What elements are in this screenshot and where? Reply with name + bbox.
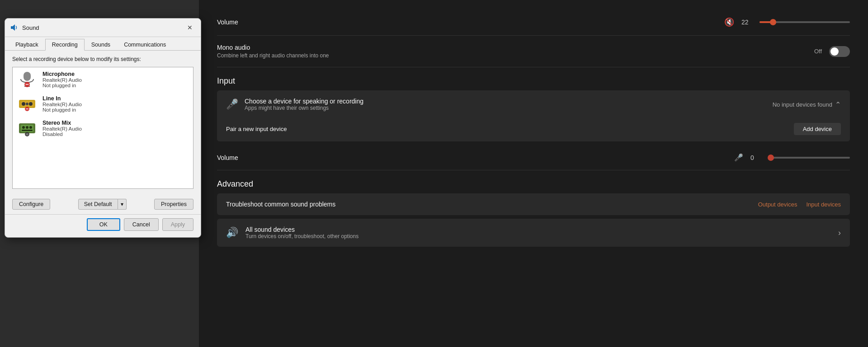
dialog-title-text: Sound — [22, 24, 39, 31]
pair-label: Pair a new input device — [226, 126, 287, 132]
dialog-actions: OK Cancel Apply — [5, 214, 201, 237]
device-name: Line In — [42, 95, 82, 102]
all-devices-info: All sound devices Turn devices on/off, t… — [245, 226, 359, 239]
input-device-card: 🎤 Choose a device for speaking or record… — [217, 90, 850, 141]
all-devices-row[interactable]: 🔊 All sound devices Turn devices on/off,… — [217, 219, 850, 247]
input-device-title: Choose a device for speaking or recordin… — [245, 98, 766, 105]
dialog-titlebar: Sound ✕ — [5, 19, 201, 37]
no-device-label: No input devices found — [773, 101, 832, 108]
output-devices-link[interactable]: Output devices — [758, 201, 797, 208]
troubleshoot-label: Troubleshoot common sound problems — [226, 201, 335, 208]
dialog-title-area: Sound — [10, 23, 39, 32]
volume-value: 22 — [741, 19, 752, 26]
pair-device-row: Pair a new input device Add device — [217, 117, 850, 141]
mono-audio-state: Off — [814, 48, 822, 55]
volume-label: Volume — [217, 19, 238, 26]
device-status: Not plugged in — [42, 107, 82, 113]
chevron-up-icon[interactable]: ⌃ — [835, 100, 841, 109]
svg-point-18 — [29, 126, 32, 129]
device-driver: Realtek(R) Audio — [42, 126, 82, 131]
svg-rect-2 — [24, 72, 31, 81]
svg-marker-1 — [13, 24, 15, 31]
input-device-sub: Apps might have their own settings — [245, 105, 766, 111]
mono-audio-row: Mono audio Combine left and right audio … — [217, 36, 850, 67]
input-mic-icon: 🎤 — [734, 153, 743, 162]
svg-point-11 — [26, 103, 28, 105]
microphone-device-info: Microphone Realtek(R) Audio Not plugged … — [42, 71, 82, 88]
set-default-button[interactable]: Set Default — [78, 199, 118, 210]
sound-dialog: Sound ✕ Playback Recording Sounds Commun… — [5, 18, 201, 238]
speaker-muted-icon: 🔇 — [724, 17, 734, 27]
add-device-button[interactable]: Add device — [794, 123, 841, 135]
svg-rect-19 — [22, 130, 33, 131]
troubleshoot-row: Troubleshoot common sound problems Outpu… — [217, 193, 850, 215]
tab-sounds[interactable]: Sounds — [85, 39, 117, 51]
no-device-text: No input devices found ⌃ — [773, 100, 841, 109]
input-volume-label: Volume — [217, 154, 238, 161]
device-status: Not plugged in — [42, 83, 82, 88]
device-driver: Realtek(R) Audio — [42, 102, 82, 107]
device-name: Stereo Mix — [42, 120, 82, 126]
input-device-info: Choose a device for speaking or recordin… — [245, 98, 766, 111]
input-volume-row: Volume 🎤 0 — [217, 145, 850, 170]
apply-button[interactable]: Apply — [162, 218, 193, 231]
line-in-device-info: Line In Realtek(R) Audio Not plugged in — [42, 95, 82, 113]
list-item[interactable]: Line In Realtek(R) Audio Not plugged in — [13, 92, 193, 116]
volume-slider[interactable] — [760, 21, 850, 23]
input-volume-value: 0 — [750, 154, 761, 161]
microphone-icon: 🎤 — [226, 98, 238, 110]
svg-point-16 — [22, 126, 25, 129]
svg-point-17 — [26, 126, 28, 129]
input-volume-slider[interactable] — [769, 157, 850, 159]
volume-row: Volume 🔇 22 — [217, 9, 850, 36]
tab-playback[interactable]: Playback — [9, 39, 45, 51]
tab-communications[interactable]: Communications — [117, 39, 173, 51]
mono-audio-toggle-group: Off — [814, 46, 850, 57]
mono-audio-toggle[interactable] — [829, 46, 850, 57]
svg-point-9 — [22, 102, 25, 106]
svg-rect-0 — [11, 26, 13, 29]
input-devices-link[interactable]: Input devices — [806, 201, 841, 208]
all-devices-icon: 🔊 — [226, 227, 238, 239]
input-heading: Input — [217, 67, 850, 90]
dialog-body: Select a recording device below to modif… — [5, 51, 201, 194]
cancel-button[interactable]: Cancel — [124, 218, 159, 231]
troubleshoot-links: Output devices Input devices — [758, 201, 841, 208]
ok-button[interactable]: OK — [87, 218, 120, 231]
configure-button[interactable]: Configure — [12, 199, 50, 210]
dialog-device-buttons: Configure Set Default ▾ Properties — [5, 194, 201, 214]
device-name: Microphone — [42, 71, 82, 77]
dialog-close-button[interactable]: ✕ — [184, 22, 195, 33]
all-devices-sub: Turn devices on/off, troubleshoot, other… — [245, 233, 359, 239]
svg-point-10 — [29, 102, 33, 106]
chevron-right-icon: › — [838, 228, 841, 238]
line-in-device-icon — [17, 95, 37, 113]
device-status: Disabled — [42, 131, 82, 137]
list-item[interactable]: Stereo Mix Realtek(R) Audio Disabled — [13, 116, 193, 141]
input-volume-controls: 🎤 0 — [734, 153, 850, 162]
microphone-device-icon — [17, 71, 37, 88]
set-default-arrow-button[interactable]: ▾ — [118, 199, 127, 210]
list-item[interactable]: Microphone Realtek(R) Audio Not plugged … — [13, 67, 193, 92]
toggle-knob — [830, 47, 839, 56]
advanced-heading: Advanced — [217, 170, 850, 193]
input-device-top: 🎤 Choose a device for speaking or record… — [226, 98, 841, 111]
volume-controls: 🔇 22 — [724, 17, 850, 27]
device-driver: Realtek(R) Audio — [42, 77, 82, 83]
device-list[interactable]: Microphone Realtek(R) Audio Not plugged … — [12, 67, 193, 189]
stereo-mix-device-icon — [17, 120, 37, 137]
all-devices-title: All sound devices — [245, 226, 359, 233]
set-default-group: Set Default ▾ — [78, 199, 127, 210]
tab-recording[interactable]: Recording — [45, 39, 85, 51]
mono-audio-label: Mono audio — [217, 44, 329, 51]
stereo-mix-device-info: Stereo Mix Realtek(R) Audio Disabled — [42, 120, 82, 137]
mono-audio-sub: Combine left and right audio channels in… — [217, 52, 329, 59]
dialog-tabs: Playback Recording Sounds Communications — [5, 37, 201, 51]
sound-icon — [10, 23, 19, 32]
properties-button[interactable]: Properties — [154, 199, 193, 210]
dialog-instruction: Select a recording device below to modif… — [12, 56, 193, 62]
mono-audio-info: Mono audio Combine left and right audio … — [217, 44, 329, 59]
all-devices-left: 🔊 All sound devices Turn devices on/off,… — [226, 226, 359, 239]
settings-panel: Volume 🔇 22 Mono audio Combine left and … — [199, 0, 868, 347]
